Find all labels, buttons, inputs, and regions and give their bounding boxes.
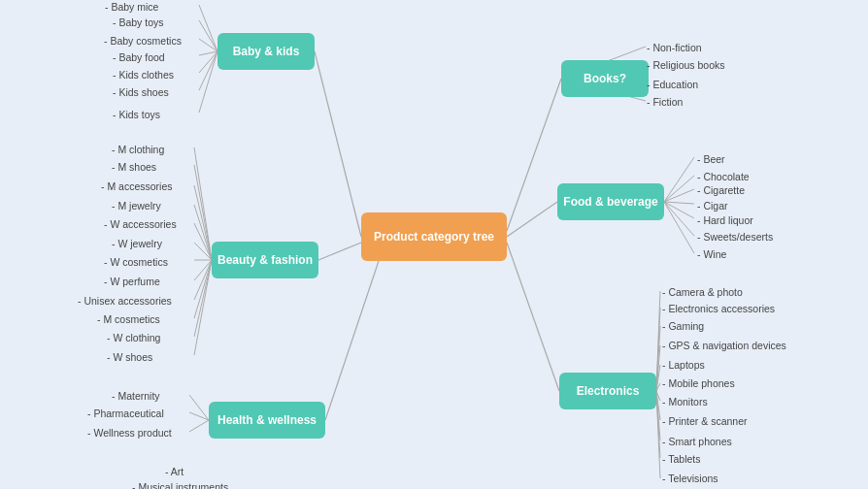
elec-item-3: - Gaming: [662, 320, 704, 332]
books-item-3: - Education: [647, 79, 698, 90]
food-item-1: - Beer: [697, 153, 725, 165]
food-item-6: - Sweets/deserts: [697, 231, 773, 243]
svg-line-2: [507, 202, 557, 237]
svg-line-12: [199, 51, 217, 113]
beauty-item-12: - W shoes: [107, 351, 152, 363]
food-item-4: - Cigar: [697, 200, 728, 212]
svg-line-4: [318, 243, 361, 260]
food-item-3: - Cigarette: [697, 184, 745, 196]
beauty-item-5: - W accessories: [104, 218, 177, 230]
baby-item-2: - Baby toys: [113, 16, 164, 28]
elec-item-1: - Camera & photo: [662, 286, 743, 298]
beauty-item-3: - M accessories: [101, 180, 173, 192]
baby-item-5: - Kids clothes: [113, 69, 174, 81]
health-node: Health & wellness: [209, 402, 325, 439]
baby-item-7: - Kids toys: [113, 109, 160, 120]
electronics-node: Electronics: [559, 373, 656, 409]
svg-line-37: [194, 185, 212, 260]
health-item-2: - Pharmaceutical: [87, 408, 164, 419]
elec-item-8: - Printer & scanner: [662, 415, 748, 427]
svg-line-11: [199, 51, 217, 90]
books-item-2: - Religious books: [647, 59, 725, 71]
svg-line-7: [199, 20, 217, 51]
beauty-item-2: - M shoes: [112, 161, 156, 173]
svg-line-46: [194, 260, 212, 355]
health-item-3: - Wellness product: [87, 427, 172, 439]
food-item-2: - Chocolate: [697, 171, 750, 182]
svg-line-49: [189, 420, 209, 432]
other-item-1: - Art: [165, 466, 184, 477]
svg-line-43: [194, 260, 212, 300]
food-item-5: - Hard liquor: [697, 214, 753, 226]
baby-item-6: - Kids shoes: [113, 86, 169, 98]
beauty-item-8: - W perfume: [104, 276, 160, 287]
svg-line-45: [194, 260, 212, 337]
books-node: Books?: [561, 60, 649, 97]
svg-line-3: [507, 243, 559, 391]
svg-line-22: [664, 202, 694, 236]
beauty-item-4: - M jewelry: [112, 200, 161, 212]
svg-line-5: [325, 261, 379, 420]
elec-item-9: - Smart phones: [662, 436, 732, 447]
beauty-item-11: - W clothing: [107, 332, 160, 343]
beauty-node: Beauty & fashion: [212, 242, 318, 278]
beauty-item-1: - M clothing: [112, 144, 164, 155]
elec-item-4: - GPS & navigation devices: [662, 340, 786, 351]
elec-item-6: - Mobile phones: [662, 377, 735, 389]
beauty-item-6: - W jewelry: [112, 238, 162, 249]
elec-item-2: - Electronics accessories: [662, 303, 775, 314]
beauty-item-7: - W cosmetics: [104, 256, 168, 268]
baby-item-4: - Baby food: [113, 51, 165, 63]
books-item-1: - Non-fiction: [647, 42, 702, 53]
food-item-7: - Wine: [697, 248, 726, 260]
elec-item-5: - Laptops: [662, 359, 705, 371]
beauty-item-10: - M cosmetics: [97, 313, 160, 325]
svg-line-6: [199, 5, 217, 51]
food-node: Food & beverage: [557, 183, 664, 220]
svg-line-0: [315, 51, 361, 237]
svg-line-1: [507, 79, 561, 231]
svg-line-20: [664, 202, 694, 204]
elec-item-10: - Tablets: [662, 453, 701, 465]
other-item-2: - Musical instruments: [132, 481, 228, 489]
elec-item-7: - Monitors: [662, 396, 708, 408]
beauty-item-9: - Unisex accessories: [78, 295, 172, 307]
baby-item-1: - Baby mice: [105, 1, 158, 13]
baby-item-3: - Baby cosmetics: [104, 35, 182, 47]
health-item-1: - Maternity: [112, 390, 160, 402]
elec-item-11: - Televisions: [662, 473, 718, 484]
books-item-4: - Fiction: [647, 96, 683, 108]
center-node: Product category tree: [361, 212, 507, 261]
baby-node: Baby & kids: [217, 33, 315, 70]
